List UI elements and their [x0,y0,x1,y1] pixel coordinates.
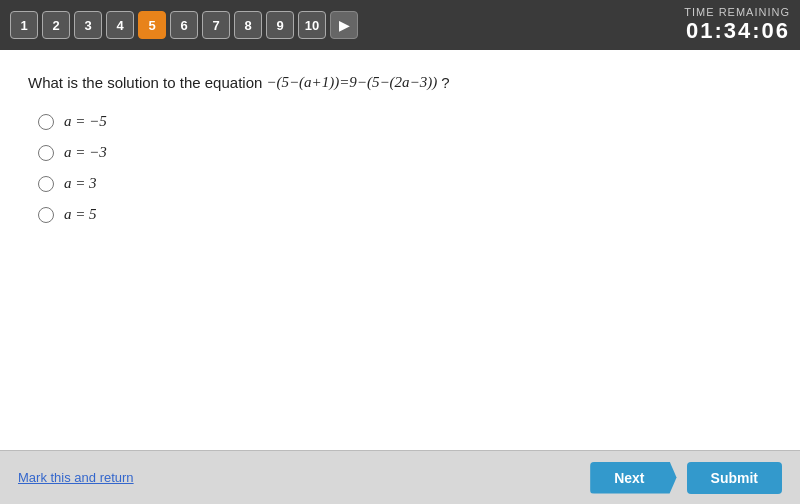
option-item-4[interactable]: a = 5 [38,206,772,223]
options-list: a = −5 a = −3 a = 3 a = 5 [38,113,772,223]
timer-value: 01:34:06 [684,18,790,44]
option-radio-1[interactable] [38,114,54,130]
question-text: What is the solution to the equation −(5… [28,74,772,91]
nav-btn-8[interactable]: 8 [234,11,262,39]
nav-btn-6[interactable]: 6 [170,11,198,39]
top-bar: 1 2 3 4 5 6 7 8 9 10 ▶ TIME REMAINING 01… [0,0,800,50]
next-button[interactable]: Next [590,462,676,494]
option-radio-3[interactable] [38,176,54,192]
timer-section: TIME REMAINING 01:34:06 [684,6,790,44]
nav-btn-5[interactable]: 5 [138,11,166,39]
submit-button[interactable]: Submit [687,462,782,494]
main-content: What is the solution to the equation −(5… [0,50,800,450]
option-radio-4[interactable] [38,207,54,223]
nav-next-arrow[interactable]: ▶ [330,11,358,39]
footer-right: Next Submit [590,462,782,494]
question-equation: −(5−(a+1))=9−(5−(2a−3)) [266,74,437,91]
question-text-before: What is the solution to the equation [28,74,262,91]
nav-btn-9[interactable]: 9 [266,11,294,39]
nav-btn-3[interactable]: 3 [74,11,102,39]
option-item-2[interactable]: a = −3 [38,144,772,161]
nav-btn-10[interactable]: 10 [298,11,326,39]
mark-return-button[interactable]: Mark this and return [18,470,134,485]
option-label-1: a = −5 [64,113,107,130]
option-label-2: a = −3 [64,144,107,161]
footer: Mark this and return Next Submit [0,450,800,504]
option-label-4: a = 5 [64,206,97,223]
option-label-3: a = 3 [64,175,97,192]
timer-label: TIME REMAINING [684,6,790,18]
nav-btn-4[interactable]: 4 [106,11,134,39]
option-item-1[interactable]: a = −5 [38,113,772,130]
question-mark: ? [441,74,449,91]
question-nav: 1 2 3 4 5 6 7 8 9 10 ▶ [10,11,358,39]
nav-btn-1[interactable]: 1 [10,11,38,39]
option-radio-2[interactable] [38,145,54,161]
nav-btn-2[interactable]: 2 [42,11,70,39]
option-item-3[interactable]: a = 3 [38,175,772,192]
nav-btn-7[interactable]: 7 [202,11,230,39]
